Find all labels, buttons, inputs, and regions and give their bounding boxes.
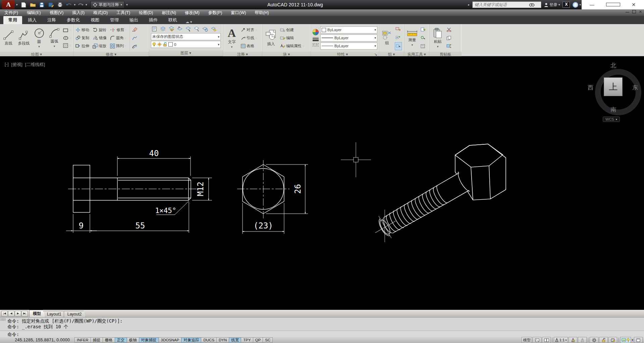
first-layout-button[interactable]: |◀: [1, 311, 8, 317]
move-button[interactable]: 移动: [75, 26, 90, 33]
edit-block-button[interactable]: 编辑: [279, 34, 305, 42]
arc-button[interactable]: 圆弧▾: [47, 26, 62, 50]
copy-button[interactable]: 复制: [75, 34, 90, 42]
menu-item[interactable]: 参数(P): [204, 10, 227, 16]
create-block-button[interactable]: 创建: [279, 26, 305, 33]
menu-item[interactable]: 格式(O): [89, 10, 112, 16]
tab-layout2[interactable]: Layout2: [64, 311, 86, 317]
exchange-apps-button[interactable]: X: [562, 2, 570, 8]
rectangle-button[interactable]: ▾: [62, 26, 72, 34]
menu-item[interactable]: 插入(I): [68, 10, 89, 16]
layer-state-dropdown[interactable]: 未保存的图层状态▾: [151, 33, 221, 40]
menu-item[interactable]: 修改(M): [180, 10, 204, 16]
layer-unisolate-button[interactable]: [193, 25, 201, 32]
fillet-button[interactable]: 圆角▾: [109, 34, 127, 42]
tab-model[interactable]: 模型: [29, 310, 45, 317]
redo-button[interactable]: [76, 1, 85, 8]
ungroup-button[interactable]: [395, 25, 402, 33]
ribbon-tab-6[interactable]: 管理: [105, 16, 124, 24]
linetype-icon[interactable]: [312, 43, 319, 47]
app-status-tray[interactable]: [620, 337, 631, 343]
undo-caret-icon[interactable]: ▾: [74, 3, 76, 6]
line-button[interactable]: 直线: [1, 26, 16, 50]
maximize-button[interactable]: [606, 2, 620, 7]
search-input[interactable]: [474, 2, 529, 7]
annotation-visibility-button[interactable]: [569, 337, 577, 343]
layer-isolate-button[interactable]: [184, 25, 192, 32]
linetype-dropdown[interactable]: ByLayer▾: [320, 43, 377, 50]
layer-states-button[interactable]: [159, 25, 167, 32]
help-button[interactable]: ?▾: [573, 2, 581, 8]
viewcube-top-face[interactable]: 上: [604, 77, 623, 96]
leader-button[interactable]: 引线▾: [240, 34, 258, 42]
insert-block-button[interactable]: 插入: [264, 26, 278, 50]
doc-restore-button[interactable]: [632, 10, 636, 14]
erase-button[interactable]: [131, 25, 138, 33]
stretch-button[interactable]: 拉伸: [75, 42, 90, 50]
ribbon-tab-9[interactable]: 联机: [163, 16, 182, 24]
viewcube-south[interactable]: 南: [610, 106, 616, 114]
toolbar-lock-button[interactable]: [599, 337, 608, 343]
rotate-button[interactable]: 旋转: [92, 26, 107, 33]
open-button[interactable]: [29, 1, 37, 8]
drawing-canvas[interactable]: [-] [俯视] [二维线框]: [0, 56, 644, 310]
status-toggle[interactable]: SC: [263, 337, 273, 343]
group-selection-toggle[interactable]: [395, 42, 402, 50]
doc-close-button[interactable]: ✕: [639, 10, 642, 14]
menu-item[interactable]: 视图(V): [45, 10, 68, 16]
quick-select-button[interactable]: [420, 26, 426, 33]
lineweight-icon[interactable]: [312, 37, 319, 42]
wcs-dropdown[interactable]: WCS▾: [603, 117, 620, 122]
quick-view-layouts-button[interactable]: [533, 337, 541, 343]
status-toggle[interactable]: 对象捕捉: [139, 337, 159, 343]
status-toggle[interactable]: TPY: [241, 337, 253, 343]
workspace-dropdown[interactable]: 草图与注释 ▾: [91, 1, 125, 8]
status-toggle[interactable]: QP: [253, 337, 263, 343]
ribbon-tab-4[interactable]: 参数化: [62, 16, 85, 24]
tab-layout1[interactable]: Layout1: [43, 311, 66, 317]
command-prompt[interactable]: 命令:: [0, 331, 644, 337]
next-layout-button[interactable]: ▶: [15, 311, 21, 317]
offset-button[interactable]: [131, 43, 138, 50]
ribbon-tab-5[interactable]: 视图: [86, 16, 104, 24]
match-properties-button[interactable]: [446, 43, 452, 50]
circle-button[interactable]: 圆▾: [32, 26, 46, 50]
search-expand-icon[interactable]: ▸: [468, 3, 470, 6]
menu-item[interactable]: 工具(T): [112, 10, 135, 16]
annotation-scale-button[interactable]: 1:1▾: [554, 337, 568, 343]
signin-button[interactable]: 登录▾: [544, 2, 560, 8]
save-button[interactable]: [38, 1, 46, 8]
coordinates-display[interactable]: 245.1285, 155.8871, 0.0000: [0, 338, 74, 342]
quick-calc-button[interactable]: [420, 43, 426, 50]
menu-item[interactable]: 窗口(W): [226, 10, 250, 16]
tray-settings-caret-icon[interactable]: ▾: [632, 338, 633, 342]
mirror-button[interactable]: 镜像: [92, 34, 107, 42]
id-point-button[interactable]: [420, 34, 426, 42]
status-toggle[interactable]: 极轴: [127, 337, 139, 343]
status-toggle[interactable]: 栅格: [103, 337, 115, 343]
menu-item[interactable]: 标注(N): [158, 10, 180, 16]
bolt-3d-shank[interactable]: [369, 170, 471, 244]
doc-minimize-button[interactable]: —: [626, 10, 629, 14]
layer-properties-button[interactable]: [151, 25, 159, 32]
group-button[interactable]: 组: [380, 26, 394, 50]
save-as-button[interactable]: [47, 1, 55, 8]
status-toggle[interactable]: DYN: [216, 337, 229, 343]
autoscale-button[interactable]: [578, 337, 587, 343]
command-window-grip[interactable]: [1, 318, 5, 321]
explode-button[interactable]: [131, 34, 138, 42]
lineweight-dropdown[interactable]: ByLayer▾: [320, 35, 377, 42]
edit-attributes-button[interactable]: 编辑属性▾: [279, 42, 305, 50]
panel-label-layers[interactable]: 图层 ▾: [149, 50, 223, 56]
polyline-button[interactable]: 多段线: [17, 26, 31, 50]
prev-layout-button[interactable]: ◀: [8, 311, 14, 317]
text-button[interactable]: A 文字▾: [224, 26, 239, 50]
minimize-button[interactable]: —: [585, 2, 599, 7]
status-toggle[interactable]: DUCS: [201, 337, 216, 343]
ribbon-tab-2[interactable]: 插入: [23, 16, 42, 24]
close-button[interactable]: ✕: [627, 2, 640, 7]
viewcube-west[interactable]: 西: [588, 84, 593, 91]
viewcube-north[interactable]: 北: [610, 62, 616, 69]
quick-view-drawings-button[interactable]: [542, 337, 551, 343]
qat-customize-icon[interactable]: ▾: [126, 3, 128, 6]
